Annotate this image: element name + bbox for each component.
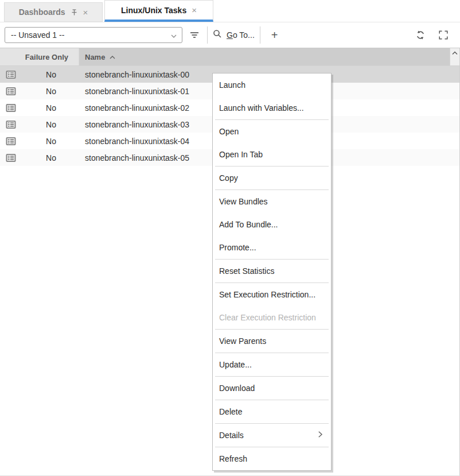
- task-details-icon[interactable]: [6, 120, 16, 129]
- scrollbar-up-button[interactable]: [450, 48, 459, 65]
- context-menu: Launch Launch with Variables... Open Ope…: [212, 73, 332, 471]
- saved-view-value: -- Unsaved 1 --: [11, 30, 64, 40]
- tab-bar: Dashboards × Linux/Unix Tasks ×: [0, 0, 460, 22]
- tab-dashboards[interactable]: Dashboards ×: [4, 2, 103, 22]
- task-details-icon[interactable]: [6, 137, 16, 145]
- refresh-icon[interactable]: [413, 27, 428, 43]
- failure-only-value: No: [46, 137, 56, 146]
- grid-header: Failure Only Name: [0, 48, 459, 66]
- submenu-chevron-right-icon: [318, 424, 323, 447]
- close-icon[interactable]: ×: [83, 8, 88, 17]
- pin-icon[interactable]: [71, 9, 78, 16]
- task-details-icon[interactable]: [6, 153, 16, 162]
- failure-only-value: No: [46, 120, 56, 129]
- close-icon[interactable]: ×: [192, 6, 197, 14]
- menu-item-details[interactable]: Details: [215, 424, 329, 447]
- sort-ascending-icon: [109, 53, 116, 61]
- saved-view-select[interactable]: -- Unsaved 1 --: [5, 27, 182, 43]
- menu-item-view-bundles[interactable]: View Bundles: [215, 190, 329, 213]
- column-header-failure-only[interactable]: Failure Only: [0, 48, 79, 65]
- fullscreen-icon[interactable]: [436, 27, 451, 43]
- toolbar-separator: [207, 26, 208, 44]
- go-to-label: Go To...: [227, 30, 255, 40]
- menu-item-open-in-tab[interactable]: Open In Tab: [215, 143, 329, 166]
- menu-item-add-to-bundle[interactable]: Add To Bundle...: [215, 213, 329, 236]
- failure-only-value: No: [46, 103, 56, 113]
- menu-item-promote[interactable]: Promote...: [215, 236, 329, 259]
- task-details-icon[interactable]: [6, 70, 16, 79]
- task-name: stonebranch-linuxunixtask-02: [85, 103, 189, 113]
- menu-item-launch-with-variables[interactable]: Launch with Variables...: [215, 96, 329, 119]
- menu-item-update[interactable]: Update...: [215, 353, 329, 376]
- task-name: stonebranch-linuxunixtask-00: [85, 70, 189, 79]
- task-name: stonebranch-linuxunixtask-03: [85, 120, 189, 129]
- chevron-down-icon: [171, 30, 177, 40]
- search-icon: [213, 29, 222, 41]
- failure-only-value: No: [46, 70, 56, 79]
- menu-item-clear-execution-restriction: Clear Execution Restriction: [215, 306, 329, 329]
- menu-item-set-execution-restriction[interactable]: Set Execution Restriction...: [215, 283, 329, 306]
- tab-label: Linux/Unix Tasks: [121, 6, 186, 15]
- app-window: Dashboards × Linux/Unix Tasks × -- Unsav…: [0, 0, 460, 476]
- menu-item-download[interactable]: Download: [215, 377, 329, 400]
- failure-only-value: No: [46, 153, 56, 162]
- toolbar-separator: [260, 26, 260, 44]
- tab-linux-unix-tasks[interactable]: Linux/Unix Tasks ×: [104, 0, 213, 22]
- go-to-button[interactable]: Go To...: [213, 29, 255, 41]
- tab-label: Dashboards: [19, 7, 65, 17]
- task-details-icon[interactable]: [6, 87, 16, 95]
- add-tab-button[interactable]: +: [266, 29, 284, 41]
- menu-item-delete[interactable]: Delete: [215, 400, 329, 423]
- menu-item-reset-statistics[interactable]: Reset Statistics: [215, 260, 329, 282]
- menu-item-refresh[interactable]: Refresh: [215, 447, 329, 470]
- column-header-name[interactable]: Name: [79, 48, 450, 65]
- filter-icon[interactable]: [187, 27, 202, 43]
- menu-item-copy[interactable]: Copy: [215, 167, 329, 189]
- task-name: stonebranch-linuxunixtask-05: [85, 153, 189, 162]
- task-details-icon[interactable]: [6, 103, 16, 112]
- menu-item-launch[interactable]: Launch: [215, 73, 329, 96]
- toolbar: -- Unsaved 1 -- Go To... +: [0, 22, 460, 48]
- menu-item-open[interactable]: Open: [215, 120, 329, 143]
- task-name: stonebranch-linuxunixtask-01: [85, 87, 189, 96]
- failure-only-value: No: [46, 87, 56, 96]
- task-name: stonebranch-linuxunixtask-04: [85, 137, 189, 146]
- menu-item-view-parents[interactable]: View Parents: [215, 330, 329, 353]
